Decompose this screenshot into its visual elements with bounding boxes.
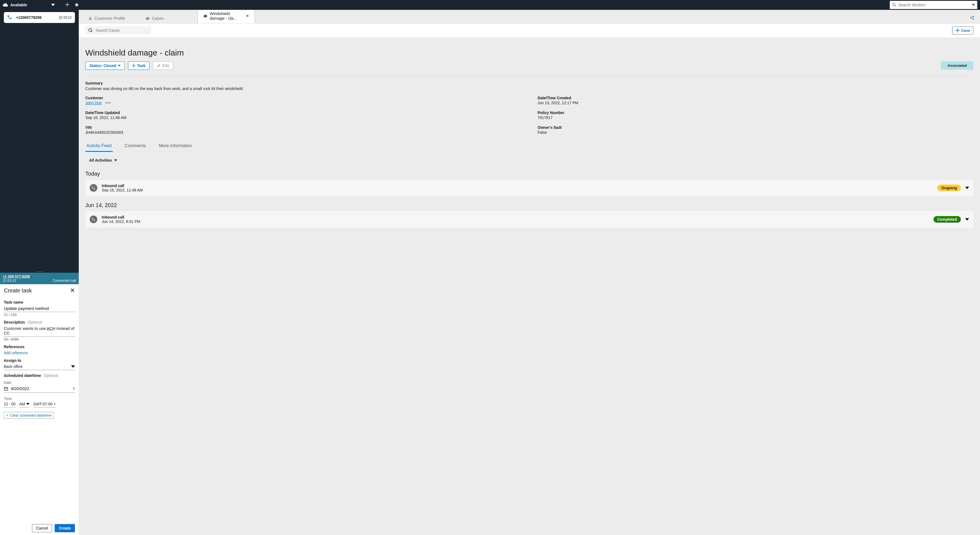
contact-card[interactable]: +12065778298 03:12: [4, 12, 75, 23]
date-input[interactable]: ▲▼: [4, 385, 75, 393]
scheduled-label: Scheduled date/time: [4, 373, 41, 378]
briefcase-icon: [145, 16, 150, 21]
time-tz-select[interactable]: GMT-07:00 ▲▼: [33, 401, 56, 408]
close-icon[interactable]: ✕: [70, 287, 75, 294]
time-sublabel: Time: [4, 396, 75, 401]
create-button[interactable]: Create: [55, 524, 75, 532]
status-badge: Completed: [934, 216, 961, 223]
user-icon: [88, 16, 92, 21]
clear-schedule-button[interactable]: ✕ Clear scheduled date/time: [4, 412, 54, 419]
chevron-down-icon[interactable]: [972, 3, 975, 6]
add-case-button[interactable]: Case: [952, 27, 974, 35]
task-name-label: Task name: [4, 300, 75, 304]
feed-day-header: Today: [85, 171, 974, 177]
task-name-counter: 21 / 150: [4, 313, 75, 317]
contact-timer: 03:12: [64, 16, 72, 19]
spin-control[interactable]: ▲▼: [73, 387, 75, 390]
search-cases-input[interactable]: [96, 28, 148, 33]
date-sublabel: Date: [4, 381, 75, 385]
optional-tag: Optional: [44, 373, 58, 378]
date-value[interactable]: [11, 386, 70, 391]
agent-status[interactable]: Available: [3, 3, 55, 7]
session-timer: 03:12: [7, 279, 16, 283]
phone-icon: [7, 15, 13, 20]
chevron-down-icon[interactable]: [51, 3, 55, 7]
svg-point-3: [89, 17, 91, 18]
assign-to-select[interactable]: Back office: [4, 363, 75, 370]
gear-icon[interactable]: [74, 3, 78, 7]
subtab-more-info[interactable]: More Information: [158, 140, 193, 152]
created-label: Date/Time Created: [538, 96, 974, 100]
clock-icon: [3, 279, 6, 282]
spin-control[interactable]: ▲▼: [54, 402, 56, 406]
task-desc-counter: 39 / 4096: [4, 337, 75, 341]
updated-label: Date/Time Updated: [85, 110, 521, 115]
agent-status-label: Available: [10, 3, 27, 7]
customer-label: Customer: [85, 96, 521, 100]
add-reference-link[interactable]: Add reference: [4, 351, 28, 355]
time-hhmm-input[interactable]: 12 : 00: [4, 401, 16, 408]
feed-item-ts: Jun 14, 2022, 8:01 PM: [102, 219, 140, 224]
search-icon: [88, 28, 93, 33]
feed-day-header: Jun 14, 2022: [85, 202, 974, 209]
vin-value: JH4KA4650JC000403: [85, 130, 123, 135]
close-tab-icon[interactable]: ✕: [246, 14, 249, 18]
case-title: Windshield damage - claim: [85, 48, 974, 57]
summary-label: Summary: [85, 81, 103, 85]
cloud-icon: [3, 3, 8, 7]
fault-label: Owner's fault: [538, 125, 974, 130]
feed-item[interactable]: Inbound call Jun 14, 2022, 8:01 PM Compl…: [85, 211, 974, 228]
session-status: Connected call: [52, 279, 76, 283]
tab-customer-profile[interactable]: Customer Profile: [83, 13, 140, 23]
search-icon: [892, 3, 896, 7]
search-wisdom-input[interactable]: [899, 3, 970, 7]
created-value: Jun 13, 2022, 12:17 PM: [538, 101, 578, 105]
more-icon[interactable]: •••: [105, 101, 111, 105]
close-icon: ✕: [6, 414, 8, 417]
session-phone: +1 206-577-8298: [3, 274, 30, 279]
cancel-button[interactable]: Cancel: [32, 524, 52, 532]
time-ampm-select[interactable]: AM: [19, 401, 30, 408]
phone-icon: [90, 215, 97, 223]
policy-label: Policy Number: [538, 110, 974, 115]
references-label: References: [4, 345, 75, 349]
task-name-input[interactable]: [4, 304, 75, 312]
task-desc-label: Description: [4, 320, 25, 325]
svg-rect-2: [5, 387, 8, 390]
chevron-down-icon[interactable]: [965, 217, 969, 221]
associated-button[interactable]: Associated: [941, 61, 974, 70]
status-badge: Ongoing: [937, 185, 961, 191]
feed-item-title: Inbound call: [102, 183, 933, 188]
chevron-down-icon[interactable]: [965, 186, 969, 190]
optional-tag: Optional: [28, 320, 42, 325]
create-task-button[interactable]: Task: [128, 62, 150, 70]
contact-phone: +12065778298: [16, 15, 41, 20]
share-icon[interactable]: [970, 16, 975, 23]
vin-label: VIN: [85, 125, 521, 130]
customer-link[interactable]: John Doe: [85, 101, 102, 105]
policy-value: 7017817: [538, 115, 553, 120]
plus-icon[interactable]: [65, 3, 69, 7]
session-strip: +1 206-577-8298 03:12 Connected call: [0, 273, 79, 284]
svg-rect-4: [146, 18, 149, 20]
feed-item[interactable]: Inbound call Sep 16, 2022, 11:48 AM Ongo…: [85, 180, 974, 196]
summary-text: Customer was driving on i90 on the way b…: [85, 86, 974, 91]
task-desc-input[interactable]: Customer wants to use ACH instead of CC: [4, 325, 75, 337]
chevron-down-icon: [71, 365, 75, 368]
subtab-activity-feed[interactable]: Activity Feed: [85, 140, 113, 152]
search-cases[interactable]: [85, 26, 151, 35]
briefcase-icon: [203, 14, 208, 18]
svg-rect-5: [204, 15, 207, 17]
edit-button[interactable]: Edit: [153, 62, 173, 70]
resize-handle[interactable]: [0, 271, 79, 273]
tab-case-detail[interactable]: Windshield damage - cla... ✕: [197, 10, 255, 23]
search-wisdom[interactable]: [890, 1, 977, 9]
fault-value: False: [538, 130, 547, 135]
activity-filter[interactable]: All Activities: [85, 156, 121, 165]
feed-item-title: Inbound call: [102, 215, 929, 219]
subtab-comments[interactable]: Comments: [124, 140, 147, 152]
feed-item-ts: Sep 16, 2022, 11:48 AM: [102, 188, 143, 192]
assign-to-value: Back office: [4, 364, 22, 369]
tab-cases[interactable]: Cases: [140, 13, 197, 23]
status-dropdown[interactable]: Status: Closed: [85, 62, 125, 70]
